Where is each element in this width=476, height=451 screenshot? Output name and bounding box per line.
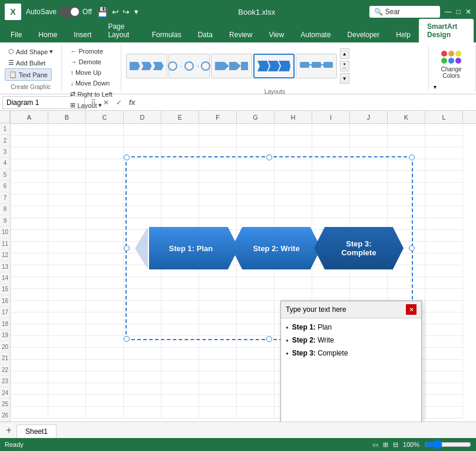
tab-automate[interactable]: Automate — [292, 27, 339, 42]
row-header-11: 11 — [0, 238, 10, 249]
col-header-b: B — [48, 111, 86, 123]
create-graphic-label: Create Graphic — [5, 81, 57, 90]
change-colors-arrow[interactable]: ▾ — [434, 84, 437, 90]
search-box[interactable]: 🔍 Sear — [369, 6, 440, 18]
tab-help[interactable]: Help — [388, 27, 419, 42]
layout-thumb-5[interactable] — [296, 54, 337, 78]
formula-fx-icon[interactable]: fx — [126, 97, 138, 108]
formula-input[interactable] — [140, 96, 474, 109]
create-graphic-group: ⬡ Add Shape ▾ ☰ Add Bullet 📋 Text Pane C… — [0, 45, 62, 91]
add-shape-arrow[interactable]: ▾ — [49, 48, 53, 55]
row-header-26: 26 — [0, 410, 10, 422]
expand-left-button[interactable] — [135, 227, 148, 269]
row-header-16: 16 — [0, 295, 10, 307]
promote-button[interactable]: ← Promote — [67, 46, 107, 57]
col-header-c: C — [86, 111, 124, 123]
sheet-tab-1[interactable]: Sheet1 — [16, 424, 57, 438]
view-normal-icon[interactable]: ▭ — [372, 441, 378, 449]
row-header-19: 19 — [0, 330, 10, 341]
tab-developer[interactable]: Developer — [339, 27, 388, 42]
close-icon[interactable]: ✕ — [465, 8, 471, 16]
add-bullet-button[interactable]: ☰ Add Bullet — [5, 57, 49, 68]
demote-button[interactable]: → Demote — [67, 57, 105, 67]
move-up-button[interactable]: ↑ Move Up — [67, 67, 105, 78]
tab-smartart-design[interactable]: SmartArt Design — [419, 19, 474, 42]
change-colors-group: Change Colors ▾ — [429, 45, 476, 91]
tab-home[interactable]: Home — [30, 27, 65, 42]
tab-insert[interactable]: Insert — [65, 27, 100, 42]
text-pane-close-button[interactable]: ✕ — [406, 304, 416, 315]
move-up-icon: ↑ — [70, 69, 74, 76]
search-icon: 🔍 — [374, 8, 383, 16]
col-header-g: G — [237, 111, 275, 123]
text-pane-button[interactable]: 📋 Text Pane — [5, 68, 52, 81]
zoom-slider[interactable] — [424, 440, 471, 449]
svg-rect-4 — [241, 62, 248, 70]
step2-label: Step 2: Write — [242, 244, 310, 253]
save-icon[interactable]: 💾 — [97, 6, 108, 18]
tab-review[interactable]: Review — [221, 27, 260, 42]
chevron-step2[interactable]: Step 2: Write — [232, 227, 321, 269]
chevron-step3[interactable]: Step 3: Complete — [314, 227, 404, 269]
row-header-14: 14 — [0, 272, 10, 284]
layout-scroll-up[interactable]: ▲ — [340, 48, 349, 59]
tab-page-layout[interactable]: Page Layout — [100, 19, 143, 42]
chevron-step1[interactable]: Step 1: Plan — [149, 227, 239, 269]
tab-view[interactable]: View — [260, 27, 292, 42]
redo-icon[interactable]: ↪ — [123, 7, 130, 17]
chevrons-row: Step 1: Plan Step 2: Write Step 3: Compl… — [135, 227, 404, 269]
layout-thumb-2[interactable]: → → — [168, 54, 210, 78]
text-pane-title: Type your text here — [286, 305, 346, 314]
col-header-d: D — [124, 111, 161, 123]
text-pane-label: Text Pane — [19, 71, 48, 78]
quick-access-icon[interactable]: ▼ — [133, 8, 140, 15]
corner-cell — [0, 111, 10, 123]
move-down-label: Move Down — [75, 80, 110, 87]
row-header-8: 8 — [0, 204, 10, 215]
text-pane-body: ● Step 1: Plan ● Step 2: Write ● — [281, 318, 421, 422]
layout-scroll-down[interactable]: ▼ — [340, 73, 349, 84]
ribbon-row-1: ⬡ Add Shape ▾ — [5, 46, 57, 57]
col-header-a: A — [11, 111, 48, 123]
change-colors-button[interactable]: Change Colors — [434, 46, 469, 84]
table-row — [11, 136, 476, 147]
maximize-icon[interactable]: □ — [457, 8, 461, 16]
tab-file[interactable]: File — [2, 27, 30, 42]
layout-scroll: ▲ ▼— ▼ — [340, 48, 349, 84]
ribbon-row-3: 📋 Text Pane — [5, 68, 52, 81]
svg-marker-3 — [236, 62, 241, 70]
add-bullet-label: Add Bullet — [16, 60, 45, 67]
svg-marker-5 — [257, 61, 269, 71]
ribbon: ⬡ Add Shape ▾ ☰ Add Bullet 📋 Text Pane C… — [0, 42, 476, 94]
name-box-value: Diagram 1 — [6, 98, 39, 107]
row-header-18: 18 — [0, 318, 10, 330]
cell[interactable] — [11, 124, 48, 136]
formula-bar: Diagram 1 ⠿ ✕ ✓ fx — [0, 94, 476, 111]
add-shape-icon: ⬡ — [8, 48, 14, 55]
minimize-icon[interactable]: — — [445, 8, 452, 16]
view-layout-icon[interactable]: ⊞ — [383, 441, 388, 449]
tab-formulas[interactable]: Formulas — [144, 27, 190, 42]
layout-thumb-chevron[interactable] — [253, 54, 295, 78]
demote-label: Demote — [78, 58, 101, 65]
autosave-toggle[interactable] — [59, 6, 80, 17]
svg-rect-0 — [215, 62, 224, 70]
layout-thumb-1[interactable] — [126, 54, 167, 78]
col-header-j: J — [350, 111, 388, 123]
text-pane-item-1: ● Step 1: Plan — [286, 323, 416, 331]
layout-thumb-3[interactable] — [211, 54, 252, 78]
col-header-h: H — [275, 111, 312, 123]
demote-icon: → — [70, 58, 77, 65]
layout-scroll-expand[interactable]: ▼— — [340, 61, 349, 71]
status-bar: Ready ▭ ⊞ ⊟ 100% — [0, 438, 476, 451]
view-pagebreak-icon[interactable]: ⊟ — [393, 441, 398, 449]
name-box[interactable]: Diagram 1 — [2, 96, 85, 109]
undo-icon[interactable]: ↩ — [112, 7, 119, 17]
row-header-1: 1 — [0, 123, 10, 134]
sheet-add-button[interactable]: + — [2, 424, 15, 437]
move-down-button[interactable]: ↓ Move Down — [67, 78, 113, 88]
add-shape-button[interactable]: ⬡ Add Shape ▾ — [5, 46, 57, 57]
tab-data[interactable]: Data — [190, 27, 221, 42]
row-header-24: 24 — [0, 387, 10, 399]
formula-icons: ⠿ ✕ ✓ fx — [87, 97, 138, 108]
